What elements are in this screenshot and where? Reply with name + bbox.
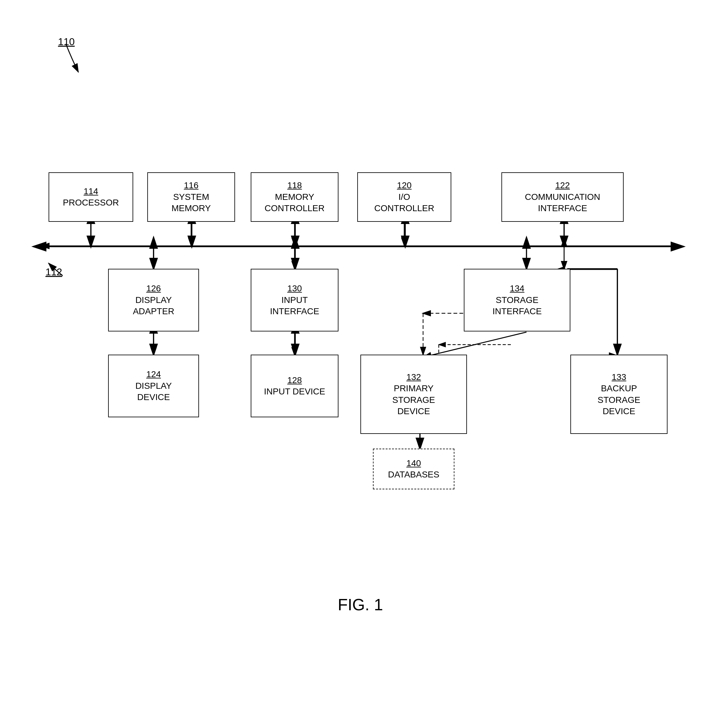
input-interface-box: 130 INPUTINTERFACE: [251, 269, 338, 332]
primary-storage-box: 132 PRIMARYSTORAGEDEVICE: [360, 355, 467, 434]
backup-storage-id: 133: [612, 371, 627, 383]
io-controller-label: I/OCONTROLLER: [374, 191, 434, 214]
backup-storage-label: BACKUPSTORAGEDEVICE: [598, 383, 640, 417]
display-adapter-id: 126: [146, 283, 161, 294]
system-arrow-svg: [47, 35, 110, 81]
input-device-label: INPUT DEVICE: [264, 386, 325, 397]
primary-storage-id: 132: [406, 371, 421, 383]
processor-label: PROCESSOR: [63, 197, 119, 208]
storage-interface-box: 134 STORAGEINTERFACE: [464, 269, 571, 332]
databases-box: 140 DATABASES: [373, 449, 454, 489]
display-device-box: 124 DISPLAYDEVICE: [108, 355, 199, 417]
storage-interface-id: 134: [510, 283, 524, 294]
databases-id: 140: [406, 458, 421, 469]
backup-storage-box: 133 BACKUPSTORAGEDEVICE: [571, 355, 667, 434]
primary-storage-label: PRIMARYSTORAGEDEVICE: [392, 383, 435, 417]
svg-line-17: [423, 332, 526, 357]
system-memory-box: 116 SYSTEMMEMORY: [147, 172, 235, 222]
memory-controller-box: 118 MEMORYCONTROLLER: [251, 172, 338, 222]
display-device-label: DISPLAYDEVICE: [135, 380, 172, 403]
comm-interface-label: COMMUNICATIONINTERFACE: [525, 191, 601, 214]
io-controller-id: 120: [397, 180, 412, 191]
input-interface-label: INPUTINTERFACE: [270, 294, 319, 318]
display-device-id: 124: [146, 369, 161, 380]
system-memory-id: 116: [184, 180, 199, 191]
figure-label: FIG. 1: [298, 595, 423, 614]
display-adapter-box: 126 DISPLAYADAPTER: [108, 269, 199, 332]
bus-arrow-svg: [31, 257, 78, 282]
display-adapter-label: DISPLAYADAPTER: [133, 294, 174, 318]
processor-id: 114: [84, 186, 98, 197]
memory-controller-id: 118: [287, 180, 302, 191]
input-device-id: 128: [287, 375, 302, 386]
comm-interface-id: 122: [555, 180, 570, 191]
diagram-container: 110 112 114 PROCESSOR 116 SYSTEMMEMORY 1…: [0, 0, 728, 703]
input-interface-id: 130: [287, 283, 302, 294]
databases-label: DATABASES: [388, 469, 439, 480]
system-memory-label: SYSTEMMEMORY: [172, 191, 211, 214]
storage-interface-label: STORAGEINTERFACE: [493, 294, 542, 318]
processor-box: 114 PROCESSOR: [49, 172, 133, 222]
io-controller-box: 120 I/OCONTROLLER: [357, 172, 451, 222]
comm-interface-box: 122 COMMUNICATIONINTERFACE: [501, 172, 624, 222]
memory-controller-label: MEMORYCONTROLLER: [264, 191, 324, 214]
input-device-box: 128 INPUT DEVICE: [251, 355, 338, 417]
